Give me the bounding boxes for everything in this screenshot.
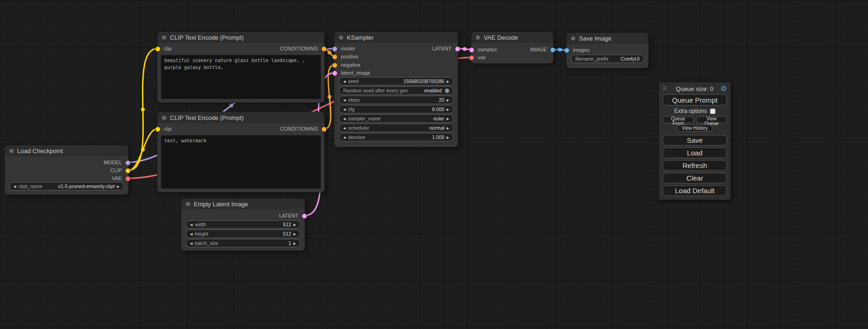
input-port-negative[interactable] [332, 63, 338, 68]
input-port-samples[interactable] [469, 47, 474, 53]
decrement-arrow-icon[interactable]: ◀ [343, 136, 346, 139]
clear-button[interactable]: Clear [663, 173, 727, 183]
output-port-LATENT[interactable] [455, 46, 460, 52]
increment-arrow-icon[interactable]: ▶ [447, 98, 449, 102]
output-port-LATENT[interactable] [302, 213, 307, 219]
node-title-bar[interactable]: CLIP Text Encode (Prompt) [157, 32, 325, 43]
node-graph-canvas[interactable]: Load CheckpointMODELCLIPVAE◀ckpt_namev1-… [0, 0, 868, 329]
input-port-positive[interactable] [332, 54, 338, 60]
collapse-dot-icon[interactable] [476, 35, 480, 40]
increment-arrow-icon[interactable]: ▶ [294, 223, 296, 226]
node-empty-latent[interactable]: Empty Latent ImageLATENT◀width512▶◀heigh… [181, 198, 305, 251]
widget-value: 20 [439, 98, 445, 103]
input-port-clip[interactable] [155, 46, 161, 52]
node-save-image[interactable]: Save Imageimagesfilename_prefixComfyUI [566, 33, 649, 68]
node-title-bar[interactable]: CLIP Text Encode (Prompt) [157, 112, 325, 123]
decrement-arrow-icon[interactable]: ◀ [190, 232, 192, 236]
node-title-bar[interactable]: Empty Latent Image [181, 198, 305, 210]
widget-scheduler[interactable]: ◀schedulernormal▶ [339, 124, 453, 132]
widget-random-seed-after-every-gen[interactable]: Random seed after every genenabled [339, 86, 453, 95]
output-port-CLIP[interactable] [125, 168, 131, 174]
widget-value: euler [433, 116, 444, 121]
widget-value: normal [430, 126, 445, 131]
widget-filename-prefix[interactable]: filename_prefixComfyUI [571, 55, 644, 63]
widget-cfg[interactable]: ◀cfg8.000▶ [339, 105, 453, 113]
load-button[interactable]: Load [663, 147, 727, 158]
output-port-CONDITIONING[interactable] [321, 46, 327, 52]
output-port-CONDITIONING[interactable] [321, 126, 327, 132]
input-port-label-latent_image: latent_image [341, 70, 370, 76]
drag-handle-icon[interactable]: ⠿ [663, 85, 667, 92]
widget-width[interactable]: ◀width512▶ [186, 220, 300, 229]
output-port-MODEL[interactable] [125, 160, 131, 166]
collapse-dot-icon[interactable] [186, 202, 190, 206]
decrement-arrow-icon[interactable]: ◀ [343, 117, 346, 120]
increment-arrow-icon[interactable]: ▶ [447, 136, 449, 139]
decrement-arrow-icon[interactable]: ◀ [190, 223, 192, 226]
widget-label: seed [348, 79, 359, 84]
increment-arrow-icon[interactable]: ▶ [447, 117, 449, 120]
node-ksampler[interactable]: KSamplermodelpositivenegativelatent_imag… [334, 32, 458, 147]
decrement-arrow-icon[interactable]: ◀ [343, 98, 346, 102]
input-port-vae[interactable] [469, 55, 474, 61]
decrement-arrow-icon[interactable]: ◀ [14, 185, 16, 188]
decrement-arrow-icon[interactable]: ◀ [343, 108, 346, 111]
widget-height[interactable]: ◀height512▶ [186, 230, 300, 238]
prompt-text-input[interactable] [161, 135, 321, 189]
view-queue-button[interactable]: View Queue [696, 116, 727, 123]
node-vae-decode[interactable]: VAE DecodesamplesvaeIMAGE [471, 32, 553, 63]
increment-arrow-icon[interactable]: ▶ [294, 242, 296, 245]
queue-size-label: Queue size: 0 [669, 85, 721, 92]
extra-options-checkbox[interactable] [710, 109, 715, 114]
widget-sampler-name[interactable]: ◀sampler_nameeuler▶ [339, 114, 453, 123]
increment-arrow-icon[interactable]: ▶ [447, 80, 449, 83]
node-clip-encode-negative[interactable]: CLIP Text Encode (Prompt)clipCONDITIONIN… [157, 112, 325, 192]
node-clip-encode-positive[interactable]: CLIP Text Encode (Prompt)clipCONDITIONIN… [157, 32, 325, 103]
input-port-label-vae: vae [478, 54, 486, 61]
output-port-VAE[interactable] [125, 176, 131, 182]
decrement-arrow-icon[interactable]: ◀ [190, 242, 192, 245]
widget-value: 1 [289, 241, 291, 246]
widget-label: sampler_name [348, 116, 380, 121]
input-port-images[interactable] [564, 48, 570, 53]
queue-prompt-button[interactable]: Queue Prompt [663, 94, 727, 105]
widget-seed[interactable]: ◀seed156680208700286▶ [339, 77, 453, 85]
widget-label: height [195, 231, 208, 237]
collapse-dot-icon[interactable] [162, 35, 166, 40]
output-port-label-VAE: VAE [112, 175, 122, 182]
input-port-latent_image[interactable] [332, 70, 338, 76]
decrement-arrow-icon[interactable]: ◀ [343, 80, 346, 83]
node-title-bar[interactable]: Save Image [566, 33, 649, 44]
load-default-button[interactable]: Load Default [663, 185, 727, 196]
input-port-label-images: images [573, 47, 589, 53]
collapse-dot-icon[interactable] [339, 35, 343, 40]
collapse-dot-icon[interactable] [162, 116, 166, 120]
decrement-arrow-icon[interactable]: ◀ [343, 126, 346, 130]
widget-denoise[interactable]: ◀denoise1.000▶ [339, 133, 453, 141]
save-button[interactable]: Save [663, 135, 727, 146]
widget-steps[interactable]: ◀steps20▶ [339, 96, 453, 104]
collapse-dot-icon[interactable] [571, 36, 575, 41]
view-history-button[interactable]: View History [677, 125, 712, 132]
increment-arrow-icon[interactable]: ▶ [294, 232, 296, 236]
node-title-bar[interactable]: KSampler [334, 32, 458, 43]
increment-arrow-icon[interactable]: ▶ [447, 108, 449, 111]
input-port-model[interactable] [332, 46, 338, 52]
increment-arrow-icon[interactable]: ▶ [447, 126, 449, 130]
input-port-clip[interactable] [155, 126, 161, 132]
input-port-label-samples: samples [478, 46, 497, 53]
widget-label: Random seed after every gen [343, 88, 408, 93]
collapse-dot-icon[interactable] [9, 149, 14, 153]
settings-gear-icon[interactable]: ⚙ [721, 84, 727, 93]
queue-front-button[interactable]: Queue Front [663, 116, 694, 123]
node-load-checkpoint[interactable]: Load CheckpointMODELCLIPVAE◀ckpt_namev1-… [5, 145, 128, 195]
node-title-bar[interactable]: VAE Decode [471, 32, 553, 43]
refresh-button[interactable]: Refresh [663, 160, 727, 171]
widget-batch-size[interactable]: ◀batch_size1▶ [186, 239, 300, 247]
prompt-text-input[interactable] [161, 55, 321, 99]
node-title-bar[interactable]: Load Checkpoint [5, 145, 128, 156]
output-port-IMAGE[interactable] [550, 47, 556, 53]
toggle-indicator[interactable] [445, 89, 449, 93]
increment-arrow-icon[interactable]: ▶ [117, 185, 120, 188]
widget-ckpt-name[interactable]: ◀ckpt_namev1-5-pruned-emaonly.ckpt▶ [9, 182, 124, 190]
